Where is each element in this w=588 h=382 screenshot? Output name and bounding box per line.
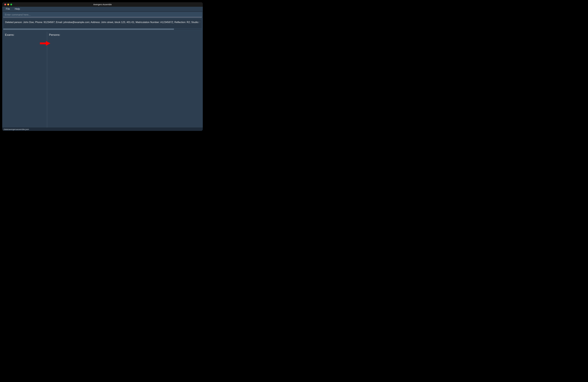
exams-panel-header: Exams:: [5, 33, 45, 37]
result-text: Deleted person: John Doe; Phone: 9123456…: [5, 21, 200, 24]
titlebar: Avengers Assemble: [2, 2, 203, 7]
menu-help[interactable]: Help: [13, 7, 22, 11]
content-area: Exams: Persons:: [3, 32, 202, 128]
command-area: [2, 12, 203, 17]
maximize-icon[interactable]: [10, 4, 12, 5]
app-window: Avengers Assemble File Help Deleted pers…: [2, 2, 203, 131]
persons-panel-header: Persons:: [49, 33, 200, 37]
minimize-icon[interactable]: [7, 4, 9, 5]
menubar: File Help: [2, 7, 203, 12]
result-scrollbar[interactable]: [3, 28, 202, 30]
close-icon[interactable]: [4, 4, 6, 5]
result-box: Deleted person: John Doe; Phone: 9123456…: [3, 19, 202, 28]
exams-panel: Exams:: [3, 32, 47, 128]
menu-file[interactable]: File: [4, 7, 12, 11]
persons-panel: Persons:: [47, 32, 202, 128]
window-title: Avengers Assemble: [2, 3, 203, 6]
statusbar-path: ./data\avengersassemble.json: [3, 128, 29, 131]
traffic-lights: [2, 4, 12, 5]
statusbar: ./data\avengersassemble.json: [2, 128, 203, 131]
result-area: Deleted person: John Doe; Phone: 9123456…: [3, 19, 202, 30]
result-scrollbar-thumb[interactable]: [3, 29, 174, 30]
command-input[interactable]: [3, 12, 202, 17]
